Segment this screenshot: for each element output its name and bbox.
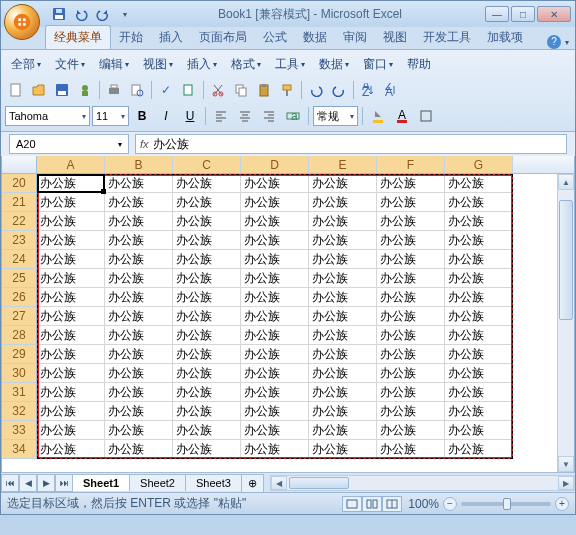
cell[interactable]: 办公族 [105,231,173,250]
cell[interactable]: 办公族 [105,193,173,212]
last-sheet-icon[interactable]: ⏭ [55,474,73,492]
menu-format[interactable]: 格式▾ [225,54,267,75]
vertical-scrollbar[interactable]: ▲ ▼ [557,174,574,472]
align-center-icon[interactable] [234,105,256,127]
cell[interactable]: 办公族 [37,326,105,345]
cell[interactable]: 办公族 [309,288,377,307]
cell[interactable]: 办公族 [37,212,105,231]
cell[interactable]: 办公族 [37,174,105,193]
cell[interactable]: 办公族 [37,288,105,307]
name-box-input[interactable] [16,138,96,150]
save-icon[interactable] [49,5,69,23]
cell[interactable]: 办公族 [309,193,377,212]
maximize-button[interactable]: □ [511,6,535,22]
col-header[interactable]: C [173,156,241,173]
cell[interactable]: 办公族 [377,231,445,250]
copy-icon[interactable] [230,79,252,101]
menu-tools[interactable]: 工具▾ [269,54,311,75]
zoom-out-icon[interactable]: − [443,497,457,511]
tab-insert[interactable]: 插入 [151,26,191,49]
cell[interactable]: 办公族 [309,212,377,231]
scroll-right-icon[interactable]: ▶ [558,476,574,490]
cell[interactable]: 办公族 [241,345,309,364]
fill-color-icon[interactable] [367,105,389,127]
tab-page-layout[interactable]: 页面布局 [191,26,255,49]
cell[interactable]: 办公族 [445,193,513,212]
zoom-slider[interactable] [461,502,551,506]
cell[interactable]: 办公族 [445,212,513,231]
page-layout-view-icon[interactable] [362,496,382,512]
cell[interactable]: 办公族 [105,174,173,193]
cell[interactable]: 办公族 [105,383,173,402]
col-header[interactable]: F [377,156,445,173]
row-header[interactable]: 32 [2,402,37,421]
cell[interactable]: 办公族 [445,383,513,402]
merge-center-icon[interactable]: a [282,105,304,127]
name-box[interactable]: ▾ [9,134,129,154]
cell[interactable]: 办公族 [105,326,173,345]
font-name-combo[interactable]: ▾ [5,106,90,126]
cell[interactable]: 办公族 [241,402,309,421]
cell[interactable]: 办公族 [105,307,173,326]
tab-home[interactable]: 开始 [111,26,151,49]
paste-icon[interactable] [253,79,275,101]
tab-developer[interactable]: 开发工具 [415,26,479,49]
horizontal-scrollbar[interactable]: ◀ ▶ [270,475,575,491]
cell[interactable]: 办公族 [445,345,513,364]
tab-addins[interactable]: 加载项 [479,26,531,49]
row-header[interactable]: 29 [2,345,37,364]
cell[interactable]: 办公族 [105,364,173,383]
cell[interactable]: 办公族 [173,421,241,440]
sort-asc-icon[interactable]: AZ [357,79,379,101]
cell[interactable]: 办公族 [309,383,377,402]
cell[interactable]: 办公族 [377,383,445,402]
cell[interactable]: 办公族 [241,421,309,440]
cell[interactable]: 办公族 [173,269,241,288]
cell[interactable]: 办公族 [445,288,513,307]
menu-file[interactable]: 文件▾ [49,54,91,75]
cell[interactable]: 办公族 [105,212,173,231]
cell[interactable]: 办公族 [37,402,105,421]
cell[interactable]: 办公族 [241,269,309,288]
cell[interactable]: 办公族 [377,212,445,231]
cell[interactable]: 办公族 [173,212,241,231]
zoom-in-icon[interactable]: + [555,497,569,511]
cell[interactable]: 办公族 [37,421,105,440]
cell[interactable]: 办公族 [445,269,513,288]
cell[interactable]: 办公族 [173,364,241,383]
cell[interactable]: 办公族 [445,250,513,269]
menu-edit[interactable]: 编辑▾ [93,54,135,75]
new-sheet-icon[interactable]: ⊕ [241,474,264,492]
next-sheet-icon[interactable]: ▶ [37,474,55,492]
cell[interactable]: 办公族 [105,345,173,364]
cell[interactable]: 办公族 [309,326,377,345]
cell[interactable]: 办公族 [37,345,105,364]
cut-icon[interactable] [207,79,229,101]
sheet-tab[interactable]: Sheet3 [185,474,242,491]
bold-icon[interactable]: B [131,105,153,127]
cell[interactable]: 办公族 [241,307,309,326]
cell[interactable]: 办公族 [445,307,513,326]
tab-formulas[interactable]: 公式 [255,26,295,49]
cell[interactable]: 办公族 [173,345,241,364]
row-header[interactable]: 31 [2,383,37,402]
font-size-combo[interactable]: ▾ [92,106,129,126]
underline-icon[interactable]: U [179,105,201,127]
cell[interactable]: 办公族 [241,212,309,231]
cell[interactable]: 办公族 [445,231,513,250]
prev-sheet-icon[interactable]: ◀ [19,474,37,492]
menu-data[interactable]: 数据▾ [313,54,355,75]
scroll-thumb[interactable] [289,477,349,489]
first-sheet-icon[interactable]: ⏮ [1,474,19,492]
cell[interactable]: 办公族 [377,326,445,345]
sort-desc-icon[interactable]: ZA [380,79,402,101]
cell[interactable]: 办公族 [241,383,309,402]
col-header[interactable]: G [445,156,513,173]
row-header[interactable]: 33 [2,421,37,440]
menu-window[interactable]: 窗口▾ [357,54,399,75]
cell[interactable]: 办公族 [173,440,241,459]
scroll-down-icon[interactable]: ▼ [558,456,574,472]
undo-icon[interactable] [71,5,91,23]
cell[interactable]: 办公族 [309,250,377,269]
cell[interactable]: 办公族 [241,231,309,250]
